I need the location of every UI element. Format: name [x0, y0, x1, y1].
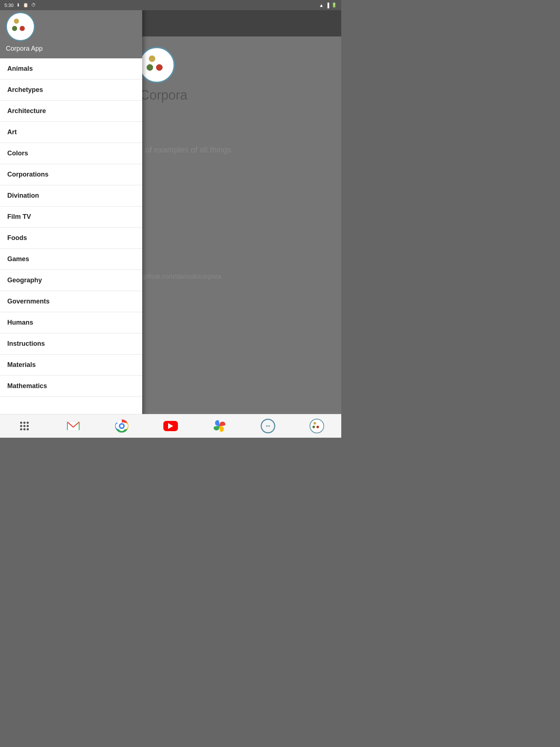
download-icon: ⬇ — [16, 3, 20, 8]
sidebar-item-geography[interactable]: Geography — [0, 270, 142, 291]
youtube-icon — [163, 421, 178, 431]
sidebar-item-colors[interactable]: Colors — [0, 143, 142, 164]
drawer-logo-circle — [6, 12, 35, 41]
gmail-button[interactable] — [65, 417, 82, 435]
corpora-nav-button[interactable] — [308, 417, 326, 435]
youtube-button[interactable] — [162, 417, 179, 435]
main-title: Corpora — [140, 88, 187, 103]
dot-red — [156, 64, 163, 71]
svg-point-6 — [120, 425, 123, 427]
sidebar-item-humans[interactable]: Humans — [0, 312, 142, 333]
apps-grid-button[interactable] — [16, 417, 33, 435]
status-time: 5:30 — [4, 3, 13, 8]
sidebar-item-mathematics[interactable]: Mathematics — [0, 376, 142, 397]
main-link: //github.com/dariusk/corpora — [139, 273, 221, 280]
sidebar-item-film-tv[interactable]: Film TV — [0, 206, 142, 228]
nav-dot-yellow — [314, 422, 316, 425]
main-subtitle: a of examples of all things — [139, 145, 231, 155]
dot-green — [147, 64, 153, 71]
sidebar-item-animals[interactable]: Animals — [0, 58, 142, 80]
youtube-play-icon — [168, 423, 173, 429]
sidebar-item-archetypes[interactable]: Archetypes — [0, 80, 142, 101]
drawer-app-name: Corpora App — [6, 45, 43, 53]
sidebar-item-art[interactable]: Art — [0, 122, 142, 143]
nav-dot-red — [316, 426, 319, 428]
drawer-dot-yellow — [14, 19, 19, 24]
drawer-dot-green — [12, 26, 17, 31]
messages-icon — [261, 419, 275, 433]
navigation-drawer: Corpora App Animals Archetypes Architect… — [0, 0, 142, 438]
battery-icon: 🔋 — [331, 3, 337, 8]
chrome-icon — [114, 419, 129, 433]
svg-point-7 — [266, 425, 268, 427]
sidebar-item-architecture[interactable]: Architecture — [0, 101, 142, 122]
main-logo-area: Corpora — [139, 47, 187, 103]
photos-icon — [212, 419, 227, 433]
messages-button[interactable] — [259, 417, 277, 435]
wifi-icon: ▲ — [319, 3, 324, 8]
sidebar-item-foods[interactable]: Foods — [0, 228, 142, 249]
clipboard-icon: 📋 — [23, 3, 28, 8]
status-bar: 5:30 ⬇ 📋 ⏱ ▲ ▐ 🔋 — [0, 0, 341, 10]
timer-icon: ⏱ — [31, 3, 36, 8]
sidebar-item-divination[interactable]: Divination — [0, 185, 142, 206]
dot-yellow — [149, 55, 155, 62]
gmail-icon — [66, 421, 81, 431]
sidebar-item-instructions[interactable]: Instructions — [0, 333, 142, 355]
sidebar-item-materials[interactable]: Materials — [0, 355, 142, 376]
grid-dots-icon — [20, 422, 29, 430]
main-logo-dots — [146, 54, 168, 76]
photos-button[interactable] — [211, 417, 228, 435]
chrome-button[interactable] — [113, 417, 131, 435]
sidebar-item-corporations[interactable]: Corporations — [0, 164, 142, 185]
signal-icon: ▐ — [326, 3, 329, 8]
corpora-nav-dots — [312, 422, 321, 430]
corpora-nav-icon — [310, 419, 324, 433]
sidebar-item-governments[interactable]: Governments — [0, 291, 142, 312]
bottom-navigation-bar — [0, 414, 341, 438]
sidebar-item-games[interactable]: Games — [0, 249, 142, 270]
svg-point-8 — [268, 425, 270, 427]
drawer-logo-dots — [12, 18, 29, 35]
nav-dot-green — [312, 426, 315, 428]
drawer-list: Animals Archetypes Architecture Art Colo… — [0, 58, 142, 438]
drawer-dot-red — [20, 26, 25, 31]
main-logo-circle — [139, 47, 175, 83]
